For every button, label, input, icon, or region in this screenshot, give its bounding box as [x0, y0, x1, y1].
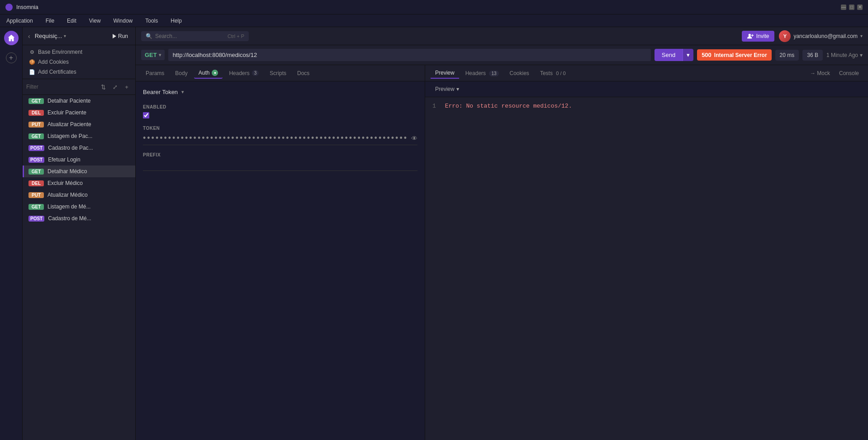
- method-badge: POST: [28, 216, 44, 222]
- prefix-input[interactable]: [143, 160, 417, 171]
- request-item[interactable]: GET Listagem de Pac...: [23, 130, 135, 142]
- search-box[interactable]: 🔍 Ctrl + P: [141, 31, 249, 41]
- send-button[interactable]: Send: [655, 49, 683, 61]
- request-item[interactable]: POST Efetuar Login: [23, 154, 135, 166]
- request-item[interactable]: DEL Excluir Médico: [23, 177, 135, 189]
- request-name: Atualizar Paciente: [47, 121, 91, 128]
- filter-sort-button[interactable]: ⇅: [98, 82, 108, 92]
- collection-sidebar: ‹ Requisiç... ▾ Run ⚙ Base Environment 🍪…: [23, 27, 136, 440]
- app-topbar: 🔍 Ctrl + P Invite Y yancarloaluno@gmail.…: [136, 27, 868, 45]
- request-name: Listagem de Mé...: [47, 203, 90, 210]
- workspace-icon[interactable]: [4, 31, 19, 45]
- minimize-button[interactable]: —: [841, 5, 846, 10]
- preview-chevron-icon: ▾: [456, 86, 459, 92]
- auth-prefix-field: PREFIX: [143, 152, 417, 171]
- environment-bar: ⚙ Base Environment 🍪 Add Cookies 📄 Add C…: [23, 45, 135, 79]
- request-name: Cadastro de Mé...: [48, 215, 91, 222]
- request-item[interactable]: GET Listagem de Mé...: [23, 201, 135, 213]
- filter-expand-button[interactable]: ⤢: [110, 82, 120, 92]
- search-input[interactable]: [155, 33, 223, 39]
- sidebar-topbar: ‹ Requisiç... ▾ Run: [23, 27, 135, 45]
- maximize-button[interactable]: □: [849, 5, 854, 10]
- preview-bar: Preview ▾: [425, 81, 868, 97]
- titlebar-left: Insomnia: [5, 4, 38, 11]
- method-badge: PUT: [28, 122, 44, 128]
- method-badge: GET: [28, 133, 44, 139]
- add-cookies-item[interactable]: 🍪 Add Cookies: [27, 58, 131, 66]
- console-button[interactable]: Console: [835, 69, 863, 77]
- auth-token-field: TOKEN ••••••••••••••••••••••••••••••••••…: [143, 126, 417, 145]
- menu-application[interactable]: Application: [4, 17, 36, 25]
- base-environment-item[interactable]: ⚙ Base Environment: [27, 48, 131, 56]
- request-name: Listagem de Pac...: [47, 133, 92, 139]
- request-item[interactable]: GET Detalhar Paciente: [23, 95, 135, 107]
- request-name: Excluir Médico: [47, 180, 83, 186]
- tab-headers[interactable]: Headers 3: [224, 68, 263, 78]
- request-name: Atualizar Médico: [47, 192, 88, 198]
- menu-file[interactable]: File: [43, 17, 57, 25]
- tab-params[interactable]: Params: [141, 68, 169, 78]
- user-info[interactable]: Y yancarloaluno@gmail.com ▾: [779, 30, 863, 42]
- response-tab-tests[interactable]: Tests 0 / 0: [536, 68, 570, 78]
- url-input[interactable]: [168, 49, 651, 61]
- response-panel: Preview Headers 13 Cookies Tests 0 / 0 →…: [425, 65, 868, 440]
- request-item-active[interactable]: GET Detalhar Médico: [23, 166, 135, 177]
- collection-title: Requisiç... ▾: [35, 33, 106, 39]
- menu-help[interactable]: Help: [168, 17, 185, 25]
- request-tab-bar: Params Body Auth ● Headers 3 Scripts: [136, 65, 425, 81]
- tab-auth[interactable]: Auth ●: [194, 68, 223, 79]
- invite-button[interactable]: Invite: [742, 31, 775, 42]
- tab-docs[interactable]: Docs: [293, 68, 314, 78]
- tab-scripts[interactable]: Scripts: [265, 68, 291, 78]
- time-ago-chevron-icon: ▾: [860, 52, 863, 58]
- tab-body[interactable]: Body: [171, 68, 192, 78]
- response-content: 1 Erro: No static resource medicos/12.: [425, 97, 868, 440]
- mock-button[interactable]: → Mock: [806, 69, 834, 77]
- method-select[interactable]: GET ▾: [141, 50, 165, 60]
- close-button[interactable]: ✕: [857, 5, 863, 10]
- send-button-group: Send ▾: [655, 49, 693, 61]
- menu-edit[interactable]: Edit: [64, 17, 79, 25]
- auth-content: Bearer Token ▾ ENABLED TOKEN: [136, 81, 425, 440]
- method-label: GET: [145, 52, 157, 58]
- response-tab-headers[interactable]: Headers 13: [461, 68, 503, 78]
- request-item[interactable]: PUT Atualizar Médico: [23, 189, 135, 201]
- request-panel: Params Body Auth ● Headers 3 Scripts: [136, 65, 425, 440]
- enabled-checkbox[interactable]: [143, 112, 149, 118]
- method-chevron-icon: ▾: [159, 52, 161, 57]
- menu-window[interactable]: Window: [111, 17, 136, 25]
- enabled-label: ENABLED: [143, 104, 417, 109]
- token-label: TOKEN: [143, 126, 417, 131]
- eye-toggle-button[interactable]: 👁: [411, 135, 417, 142]
- bearer-token-label: Bearer Token: [143, 89, 178, 95]
- send-dropdown-button[interactable]: ▾: [683, 49, 693, 61]
- bearer-chevron-icon: ▾: [181, 89, 184, 95]
- filter-add-button[interactable]: +: [122, 82, 132, 92]
- menu-view[interactable]: View: [86, 17, 104, 25]
- method-badge: DEL: [28, 110, 44, 116]
- request-item[interactable]: POST Cadastro de Mé...: [23, 213, 135, 224]
- response-tab-preview[interactable]: Preview: [431, 68, 459, 79]
- add-certificates-item[interactable]: 📄 Add Certificates: [27, 68, 131, 76]
- certificate-icon: 📄: [29, 69, 35, 75]
- request-item[interactable]: POST Cadastro de Pac...: [23, 142, 135, 154]
- app-logo-icon: [5, 4, 13, 11]
- menu-tools[interactable]: Tools: [142, 17, 161, 25]
- app-layout: + ‹ Requisiç... ▾ Run ⚙ Base Environment…: [0, 27, 868, 440]
- enabled-row: [143, 112, 417, 118]
- size-badge: 36 B: [802, 50, 823, 61]
- filter-input[interactable]: [26, 84, 96, 90]
- add-workspace-button[interactable]: +: [6, 52, 17, 63]
- app-title: Insomnia: [16, 4, 38, 10]
- preview-dropdown[interactable]: Preview ▾: [431, 84, 863, 94]
- user-chevron-icon: ▾: [860, 33, 863, 38]
- window-controls[interactable]: — □ ✕: [841, 5, 863, 10]
- request-bar: GET ▾ Send ▾ 500 Internal Server Error 2…: [136, 45, 868, 65]
- response-tab-cookies[interactable]: Cookies: [505, 68, 534, 78]
- request-item[interactable]: PUT Atualizar Paciente: [23, 118, 135, 130]
- sidebar-back-button[interactable]: ‹: [26, 32, 32, 41]
- token-row: ••••••••••••••••••••••••••••••••••••••••…: [143, 133, 417, 143]
- request-item[interactable]: DEL Excluir Paciente: [23, 107, 135, 118]
- run-button[interactable]: Run: [109, 32, 132, 41]
- user-email: yancarloaluno@gmail.com: [793, 33, 858, 39]
